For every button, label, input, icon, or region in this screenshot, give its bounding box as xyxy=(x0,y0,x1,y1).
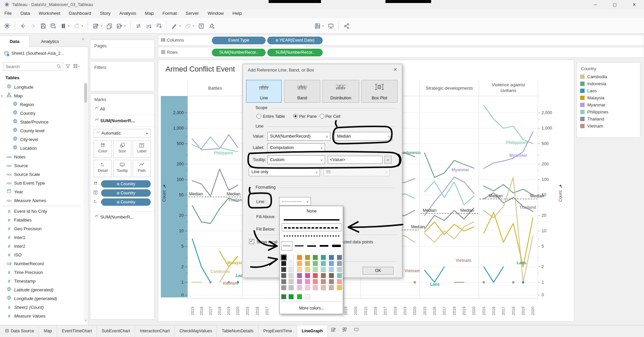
color-swatch[interactable] xyxy=(313,261,318,266)
color-swatch[interactable] xyxy=(329,285,334,290)
line-malaysia[interactable] xyxy=(484,212,533,267)
sheet-tab-propeventtime[interactable]: PropEventTime xyxy=(259,325,297,337)
sheet-tab-data-source[interactable]: Data Source xyxy=(0,325,39,337)
mark-laos[interactable] xyxy=(522,281,524,283)
label-button[interactable]: Label xyxy=(133,140,151,158)
color-swatch[interactable] xyxy=(281,294,286,299)
color-swatch[interactable] xyxy=(329,279,334,284)
color-swatch[interactable] xyxy=(337,255,342,260)
field-inter1[interactable]: #Inter1 xyxy=(0,233,83,242)
sort-ascending-icon[interactable] xyxy=(143,20,153,32)
pill-year-event-date-[interactable]: ⊞ YEAR(Event Date) xyxy=(267,37,323,44)
back-icon[interactable] xyxy=(18,20,28,32)
color-button[interactable]: Color xyxy=(94,140,112,158)
color-swatch[interactable] xyxy=(297,273,302,278)
field-source-scale[interactable]: AbcSource Scale xyxy=(0,170,83,179)
label-dropdown[interactable]: Computation∨ xyxy=(267,143,325,152)
maximize-button[interactable]: ▢ xyxy=(605,0,625,9)
group-members-icon[interactable] xyxy=(183,20,193,32)
field-latitude-generated-[interactable]: Latitude (generated) xyxy=(0,285,83,294)
legend-item-philippines[interactable]: Philippines xyxy=(577,108,640,115)
color-swatch[interactable] xyxy=(281,261,286,266)
field-sheet1-count-[interactable]: #Sheet1 (Count) xyxy=(0,303,83,311)
color-swatch[interactable] xyxy=(281,273,286,278)
style-solid-option[interactable] xyxy=(284,219,339,221)
color-swatch[interactable] xyxy=(281,267,286,272)
type-box-plot[interactable]: Box Plot xyxy=(361,80,398,103)
color-swatch[interactable] xyxy=(305,267,310,272)
legend-item-cambodia[interactable]: Cambodia xyxy=(577,73,640,80)
legend-item-myanmar[interactable]: Myanmar xyxy=(577,101,640,108)
value-field-dropdown[interactable]: SUM(NumberRecord)∨ xyxy=(267,132,330,141)
clear-sheet-icon[interactable] xyxy=(114,20,124,32)
color-swatch[interactable] xyxy=(313,279,318,284)
new-worksheet-caret[interactable]: ▾ xyxy=(101,25,104,28)
mark-vietnam[interactable] xyxy=(512,281,514,283)
search-input[interactable] xyxy=(6,63,55,70)
line-indonesia[interactable] xyxy=(425,153,474,178)
color-swatch[interactable] xyxy=(321,273,326,278)
color-swatch[interactable] xyxy=(288,285,294,290)
confidence-dropdown[interactable]: 95∨ xyxy=(323,167,390,176)
field-numberrecord[interactable]: =#NumberRecord xyxy=(0,259,83,268)
color-swatch[interactable] xyxy=(337,285,342,290)
path-button[interactable]: Path xyxy=(133,160,151,177)
show-mark-labels-icon[interactable] xyxy=(196,20,206,32)
marks-pill-country[interactable]: ⊞ Country xyxy=(101,180,151,188)
mark-type-dropdown[interactable]: Automatic▼ xyxy=(94,129,151,138)
field-inter2[interactable]: #Inter2 xyxy=(0,242,83,250)
legend-item-vietnam[interactable]: Vietnam xyxy=(577,123,640,130)
marks-layer-1[interactable]: SUM(NumberR... xyxy=(90,116,154,125)
filter-fields-icon[interactable] xyxy=(65,63,71,70)
color-swatch[interactable] xyxy=(313,255,318,260)
new-worksheet-icon[interactable] xyxy=(91,20,101,32)
sheet-tab-eventtimechart[interactable]: EventTimeChart xyxy=(57,325,97,337)
field-measure-names[interactable]: AbcMeasure Names xyxy=(0,196,83,205)
clear-sheet-caret[interactable]: ▾ xyxy=(124,25,128,28)
color-swatch[interactable] xyxy=(321,261,326,266)
color-swatch[interactable] xyxy=(337,279,342,284)
thickness-option-4[interactable] xyxy=(318,241,330,250)
color-swatch[interactable] xyxy=(297,294,302,299)
color-swatch[interactable] xyxy=(288,267,294,272)
color-swatch[interactable] xyxy=(288,273,294,278)
highlight-caret[interactable]: ▾ xyxy=(179,25,183,28)
field-sub-event-type[interactable]: AbcSub Event Type xyxy=(0,179,83,187)
line-cambodia[interactable] xyxy=(484,178,533,282)
close-button[interactable]: ✕ xyxy=(625,0,644,9)
field-source[interactable]: AbcSource xyxy=(0,161,83,170)
field-county-level[interactable]: County-level xyxy=(0,126,83,135)
highlight-icon[interactable] xyxy=(169,20,179,32)
color-swatch[interactable] xyxy=(288,261,294,266)
color-swatch[interactable] xyxy=(288,255,294,260)
menu-worksheet[interactable]: Worksheet xyxy=(34,9,64,17)
pause-updates-caret[interactable]: ▾ xyxy=(68,25,72,28)
new-dashboard-button[interactable] xyxy=(339,325,351,337)
menu-help[interactable]: Help xyxy=(228,9,246,17)
menu-dashboard[interactable]: Dashboard xyxy=(65,9,96,17)
thickness-option-2[interactable] xyxy=(293,241,305,250)
menu-analysis[interactable]: Analysis xyxy=(115,9,140,17)
legend-item-indonesia[interactable]: Indonesia xyxy=(577,80,640,87)
field-city-level[interactable]: City-level xyxy=(0,135,83,144)
pin-icon[interactable] xyxy=(559,185,562,188)
line-laos[interactable] xyxy=(425,267,445,282)
more-colors-option[interactable]: More colors... xyxy=(280,306,343,310)
columns-shelf[interactable]: Columns Event Type⊞ YEAR(Event Date) xyxy=(158,35,644,46)
color-swatch[interactable] xyxy=(321,279,326,284)
color-swatch[interactable] xyxy=(313,273,318,278)
scope-radio-entire-table[interactable] xyxy=(257,114,261,118)
color-swatch[interactable] xyxy=(288,294,294,299)
field-measure-values[interactable]: #Measure Values xyxy=(0,311,83,320)
field-iso[interactable]: #ISO xyxy=(0,250,83,259)
color-swatch[interactable] xyxy=(305,255,310,260)
field-region[interactable]: Region xyxy=(0,100,83,109)
save-icon[interactable] xyxy=(38,20,48,32)
tooltip-custom-input[interactable]: <Value> xyxy=(328,156,382,164)
sheet-tab-checkmapvalues[interactable]: CheckMapValues xyxy=(175,325,217,337)
color-swatch[interactable] xyxy=(305,279,310,284)
color-swatch[interactable] xyxy=(329,273,334,278)
mark-vietnam[interactable] xyxy=(482,281,485,283)
color-swatch[interactable] xyxy=(305,261,310,266)
color-swatch[interactable] xyxy=(281,255,286,260)
